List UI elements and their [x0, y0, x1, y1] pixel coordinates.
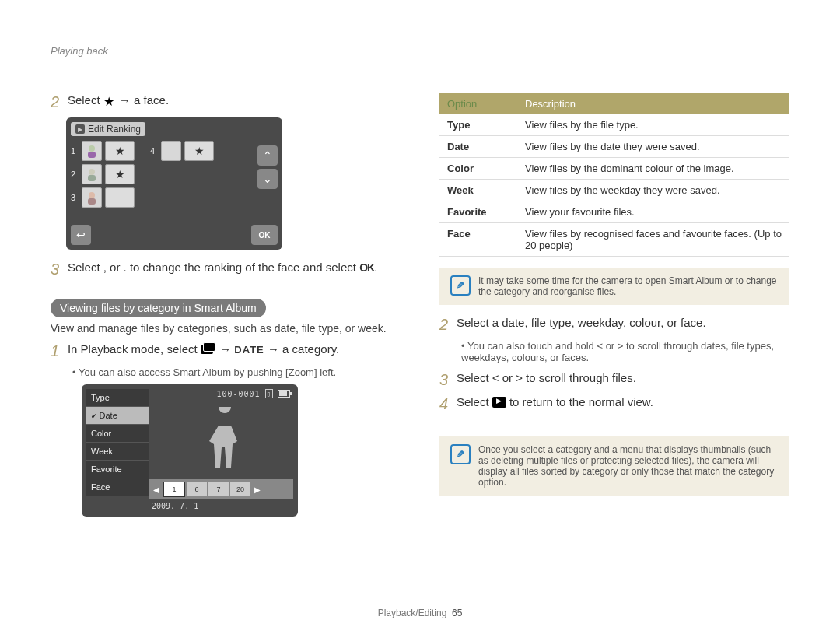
- section-paragraph: View and manage files by categories, suc…: [51, 322, 401, 335]
- table-row: FaceView files by recognised faces and f…: [439, 223, 789, 257]
- face-thumbnail: [82, 141, 102, 161]
- scroll-arrows: ⌃ ⌄: [257, 145, 278, 189]
- star-icon: ★: [115, 168, 125, 180]
- breadcrumb: Playing back: [51, 45, 108, 57]
- left-step-1: 1 In Playback mode, select → DATE → a ca…: [51, 342, 401, 360]
- rank-item: 3: [71, 187, 135, 208]
- battery-icon: [278, 390, 290, 398]
- svg-point-0: [89, 145, 95, 152]
- step-bullet: You can also touch and hold < or > to sc…: [461, 340, 789, 363]
- back-button[interactable]: ↩: [71, 225, 91, 245]
- opt-name: Date: [439, 136, 517, 158]
- step-text: In Playback mode, select → DATE → a cate…: [68, 342, 339, 356]
- note-icon: [450, 444, 471, 464]
- rank-star-box: ★: [105, 141, 135, 161]
- opt-desc: View files by the file type.: [517, 114, 789, 136]
- table-row: FavoriteView your favourite files.: [439, 201, 789, 223]
- next-thumb-arrow[interactable]: ▶: [252, 485, 263, 494]
- text-fragment: → a category.: [268, 342, 339, 356]
- prev-thumb-arrow[interactable]: ◀: [151, 485, 162, 494]
- star-icon: ★: [194, 145, 205, 157]
- step-text: Select a date, file type, weekday, colou…: [457, 316, 706, 329]
- rank-star-box: ★: [184, 141, 214, 161]
- svg-rect-3: [88, 175, 96, 181]
- star-person-icon: [103, 94, 116, 107]
- thumbnail[interactable]: 20: [230, 482, 250, 496]
- star-icon: ★: [115, 145, 125, 157]
- cat-menu-item[interactable]: Color: [86, 425, 149, 443]
- ok-button[interactable]: OK: [251, 225, 278, 245]
- step-text: Select , or . to change the ranking of t…: [68, 261, 377, 274]
- right-step-2: 2 Select a date, file type, weekday, col…: [439, 316, 789, 334]
- thumbnail-strip: ◀ 1 6 7 20 ▶: [149, 479, 293, 499]
- cat-menu-item[interactable]: Favorite: [86, 461, 149, 478]
- opt-name: Color: [439, 158, 517, 180]
- note-box-2: Once you select a category and a menu th…: [439, 436, 789, 496]
- edit-ranking-title: ▶ Edit Ranking: [71, 122, 145, 136]
- ranking-col-right: 4 ★: [150, 141, 214, 208]
- page-footer: Playback/Editing 65: [0, 608, 840, 618]
- note-text: It may take some time for the camera to …: [478, 275, 779, 297]
- table-row: ColorView files by the dominant colour o…: [439, 158, 789, 180]
- step-number: 2: [439, 316, 453, 334]
- left-step-2: 2 Select → a face.: [51, 93, 401, 111]
- step-text: Select to return to the normal view.: [457, 395, 653, 408]
- left-step-3: 3 Select , or . to change the ranking of…: [51, 261, 401, 278]
- step-number: 4: [439, 395, 453, 413]
- scroll-down-button[interactable]: ⌄: [257, 169, 278, 189]
- play-square-icon: ▶: [75, 124, 85, 134]
- table-header-option: Option: [439, 93, 517, 114]
- cat-menu-item[interactable]: Type: [86, 389, 149, 407]
- rank-item: 1 ★: [71, 141, 135, 161]
- opt-desc: View files by the dominant colour of the…: [517, 158, 789, 180]
- table-header-description: Description: [517, 93, 789, 114]
- step-text: Select → a face.: [68, 93, 169, 107]
- opt-desc: View files by the weekday they were save…: [517, 180, 789, 201]
- rank-number: 1: [71, 146, 79, 156]
- playback-icon: [492, 397, 506, 408]
- category-screenshot: Type Date Color Week Favorite Face 100-0…: [82, 384, 298, 517]
- rank-star-box: ★: [105, 164, 135, 184]
- rank-number: 3: [71, 193, 79, 202]
- text-fragment: In Playback mode, select: [68, 342, 201, 356]
- face-thumbnail: [82, 187, 102, 208]
- cat-menu-item-selected[interactable]: Date: [86, 407, 149, 425]
- opt-name: Face: [439, 223, 517, 257]
- note-box-1: It may take some time for the camera to …: [439, 268, 789, 305]
- opt-desc: View your favourite files.: [517, 201, 789, 223]
- opt-name: Week: [439, 180, 517, 201]
- svg-point-2: [89, 169, 95, 175]
- thumbnail[interactable]: 1: [163, 482, 185, 497]
- table-row: TypeView files by the file type.: [439, 114, 789, 136]
- text-fragment: Select: [457, 395, 492, 408]
- table-row: DateView files by the date they were sav…: [439, 136, 789, 158]
- rank-star-box: [105, 187, 135, 208]
- text-fragment: → a face.: [119, 93, 169, 107]
- scroll-up-button[interactable]: ⌃: [257, 145, 278, 166]
- ok-label-icon: OK: [359, 261, 374, 274]
- text-fragment: Select: [68, 93, 103, 107]
- photo-counter: 100-0001 ▯: [216, 389, 290, 398]
- face-thumbnail: [82, 164, 102, 184]
- right-column: Option Description TypeView files by the…: [439, 93, 789, 618]
- rank-number: 2: [71, 170, 79, 179]
- right-step-3: 3 Select < or > to scroll through files.: [439, 371, 789, 389]
- two-column-layout: 2 Select → a face. ▶ Edit Ranking 1: [51, 93, 789, 618]
- category-menu: Type Date Color Week Favorite Face: [86, 389, 149, 512]
- cat-menu-item[interactable]: Week: [86, 443, 149, 461]
- step-number: 3: [51, 261, 65, 278]
- step-number: 2: [51, 93, 65, 111]
- svg-point-4: [89, 192, 95, 198]
- thumbnail[interactable]: 6: [187, 482, 207, 496]
- note-text: Once you select a category and a menu th…: [478, 444, 779, 488]
- step-number: 1: [51, 342, 65, 360]
- left-column: 2 Select → a face. ▶ Edit Ranking 1: [51, 93, 401, 618]
- cat-menu-item[interactable]: Face: [86, 478, 149, 496]
- opt-name: Favorite: [439, 201, 517, 223]
- opt-name: Type: [439, 114, 517, 136]
- step-number: 3: [439, 371, 453, 389]
- right-step-4: 4 Select to return to the normal view.: [439, 395, 789, 413]
- thumbnail[interactable]: 7: [208, 482, 229, 496]
- photo-date-label: 2009. 7. 1: [152, 502, 198, 510]
- text-fragment: Select , or . to change the ranking of t…: [68, 261, 359, 274]
